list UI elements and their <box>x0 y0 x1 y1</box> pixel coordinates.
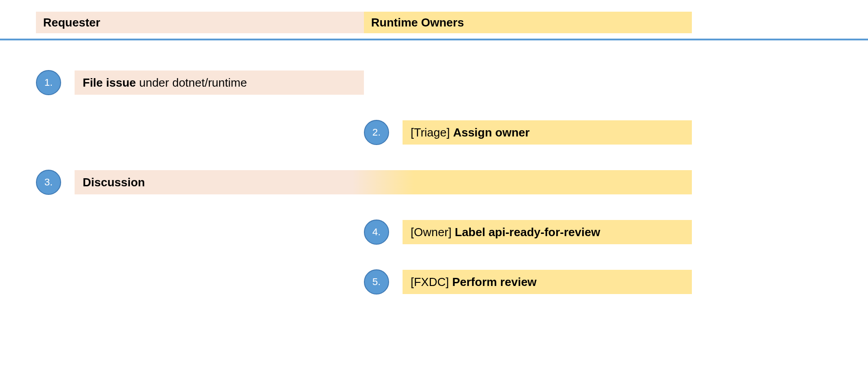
step-1-bar: File issue under dotnet/runtime <box>75 70 364 95</box>
step-4-bar: [Owner] Label api-ready-for-review <box>403 220 692 244</box>
column-header-requester-label: Requester <box>43 16 100 30</box>
column-header-requester: Requester <box>36 12 364 33</box>
step-5-bold: Perform review <box>452 275 536 289</box>
step-3-bar: Discussion <box>75 170 692 194</box>
step-3-number: 3. <box>44 176 53 188</box>
header-divider <box>0 39 868 40</box>
step-3-text: Discussion <box>83 176 145 189</box>
step-1-bold: File issue <box>83 76 136 89</box>
step-2-bar: [Triage] Assign owner <box>403 120 692 145</box>
step-2-number: 2. <box>372 127 381 138</box>
step-2-badge: 2. <box>364 120 389 145</box>
step-4-badge: 4. <box>364 220 389 245</box>
step-5-bar: [FXDC] Perform review <box>403 270 692 294</box>
step-2-prefix: [Triage] <box>411 126 453 139</box>
step-2-bold: Assign owner <box>453 126 529 139</box>
step-4-prefix: [Owner] <box>411 225 455 239</box>
step-3-badge: 3. <box>36 170 61 195</box>
step-4-number: 4. <box>372 226 381 238</box>
step-5-badge: 5. <box>364 269 389 294</box>
step-1-rest: under dotnet/runtime <box>136 76 247 89</box>
column-header-runtime-owners: Runtime Owners <box>364 12 692 33</box>
step-4-text: [Owner] Label api-ready-for-review <box>411 225 600 239</box>
diagram-canvas: Requester Runtime Owners 1. File issue u… <box>0 0 868 378</box>
step-2-text: [Triage] Assign owner <box>411 126 530 140</box>
step-1-text: File issue under dotnet/runtime <box>83 76 247 90</box>
step-1-badge: 1. <box>36 70 61 95</box>
column-header-runtime-owners-label: Runtime Owners <box>371 16 464 30</box>
step-5-prefix: [FXDC] <box>411 275 452 289</box>
step-3-bold: Discussion <box>83 176 145 189</box>
step-4-bold: Label api-ready-for-review <box>455 225 600 239</box>
step-5-number: 5. <box>372 276 381 288</box>
step-1-number: 1. <box>44 77 53 88</box>
step-5-text: [FXDC] Perform review <box>411 275 536 289</box>
